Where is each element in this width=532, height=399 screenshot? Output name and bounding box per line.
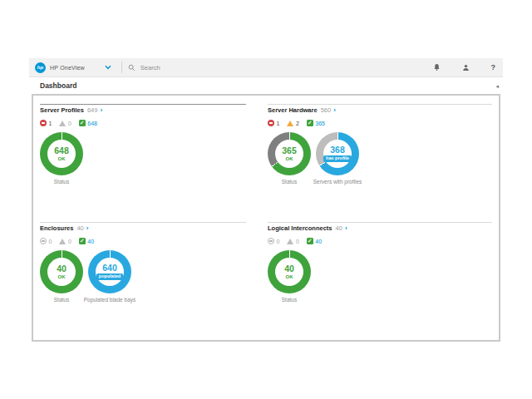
- donut-sublabel: populated: [96, 273, 123, 281]
- status-count[interactable]: 40: [315, 239, 322, 244]
- status-count[interactable]: 365: [315, 121, 325, 126]
- critical-icon: [268, 238, 274, 244]
- status-count[interactable]: 40: [87, 239, 94, 244]
- donut-chart[interactable]: 40OK: [268, 250, 311, 293]
- panel-divider: [40, 222, 246, 223]
- notifications-bell-icon[interactable]: [433, 63, 441, 71]
- donut-center: 40OK: [47, 258, 76, 286]
- app-window: hp HP OneView ? Dashboard ◂: [29, 58, 503, 342]
- donut-label: Status: [40, 179, 83, 185]
- donut-chart[interactable]: 648OK: [40, 132, 83, 175]
- app-menu[interactable]: hp HP OneView: [29, 62, 111, 73]
- critical-icon: [268, 120, 274, 126]
- status-stat[interactable]: 1: [40, 120, 52, 126]
- user-account-icon[interactable]: [462, 64, 470, 71]
- donut-block: 640populatedPopulated blade bays: [88, 250, 131, 303]
- panel-divider: [268, 222, 492, 223]
- status-count[interactable]: 1: [277, 121, 280, 126]
- donut-row: 40OKStatus: [268, 250, 492, 303]
- status-stat[interactable]: 1: [268, 120, 279, 126]
- status-stat[interactable]: ✓365: [307, 120, 325, 126]
- status-stat[interactable]: ✓40: [79, 238, 94, 244]
- status-stat[interactable]: 2: [287, 121, 298, 126]
- donut-chart[interactable]: 365OK: [268, 132, 311, 175]
- panel-title[interactable]: Server Profiles: [40, 106, 84, 114]
- critical-icon: [40, 238, 47, 244]
- chevron-right-icon[interactable]: ›: [86, 225, 89, 232]
- donut-sublabel: OK: [286, 156, 293, 161]
- chevron-right-icon[interactable]: ›: [345, 225, 347, 232]
- donut-value: 365: [282, 146, 297, 155]
- donut-label: Servers with profiles: [316, 179, 359, 185]
- donut-chart[interactable]: 640populated: [88, 250, 131, 293]
- donut-center: 648OK: [47, 140, 76, 168]
- ok-icon: ✓: [307, 238, 313, 244]
- donut-block: 40OKStatus: [268, 250, 311, 303]
- chevron-down-icon[interactable]: [105, 65, 111, 70]
- donut-sublabel: OK: [58, 156, 66, 161]
- warning-icon: [287, 239, 293, 244]
- donut-sublabel: OK: [286, 274, 293, 279]
- status-count[interactable]: 2: [296, 121, 299, 126]
- panel-title[interactable]: Logical Interconnects: [268, 224, 332, 232]
- dashboard-grid: Server Profiles 649 › 10✓648 648OKStatus…: [32, 94, 500, 342]
- status-count[interactable]: 0: [68, 121, 71, 126]
- panel-divider: [40, 104, 246, 105]
- status-stat[interactable]: ✓648: [79, 120, 97, 126]
- dashboard-panel: Server Hardware 560 › 12✓365 365OKStatus…: [268, 104, 492, 222]
- app-name: HP OneView: [50, 65, 85, 71]
- panel-count: 560: [321, 106, 332, 114]
- collapse-arrow-icon[interactable]: ◂: [495, 83, 499, 89]
- topbar-actions: ?: [433, 63, 504, 71]
- page-title: Dashboard: [40, 81, 76, 90]
- ok-icon: ✓: [79, 238, 86, 244]
- status-count[interactable]: 1: [49, 121, 52, 126]
- page-bar: Dashboard ◂: [29, 77, 503, 94]
- topbar-divider: [121, 62, 122, 73]
- panel-header[interactable]: Server Profiles 649 ›: [40, 106, 246, 116]
- status-stat[interactable]: 0: [287, 239, 298, 244]
- donut-row: 40OKStatus640populatedPopulated blade ba…: [40, 250, 246, 303]
- donut-block: 368has profileServers with profiles: [316, 132, 359, 185]
- donut-value: 40: [57, 264, 66, 273]
- panel-count: 649: [87, 106, 98, 114]
- status-stat[interactable]: ✓40: [307, 238, 322, 244]
- donut-block: 365OKStatus: [268, 132, 311, 185]
- help-icon[interactable]: ?: [491, 63, 496, 71]
- donut-center: 368has profile: [323, 140, 352, 168]
- panel-header[interactable]: Enclosures 40 ›: [40, 224, 246, 234]
- donut-label: Status: [40, 297, 83, 303]
- status-stat[interactable]: 0: [40, 238, 52, 244]
- status-count[interactable]: 0: [296, 239, 299, 244]
- search-box[interactable]: [128, 63, 433, 72]
- panel-title[interactable]: Server Hardware: [268, 106, 318, 114]
- donut-sublabel: has profile: [323, 155, 352, 163]
- status-count[interactable]: 0: [49, 239, 52, 244]
- search-icon: [128, 64, 135, 71]
- hp-logo-icon: hp: [35, 62, 46, 73]
- status-summary: 00✓40: [268, 237, 492, 245]
- warning-icon: [287, 121, 293, 126]
- status-stat[interactable]: 0: [59, 121, 71, 126]
- chevron-right-icon[interactable]: ›: [333, 107, 336, 114]
- chevron-right-icon[interactable]: ›: [100, 107, 102, 114]
- donut-center: 365OK: [275, 140, 303, 168]
- status-count[interactable]: 0: [277, 239, 280, 244]
- panel-header[interactable]: Logical Interconnects 40 ›: [268, 224, 492, 234]
- panel-header[interactable]: Server Hardware 560 ›: [268, 106, 492, 116]
- panel-title[interactable]: Enclosures: [40, 224, 73, 232]
- status-count[interactable]: 648: [87, 121, 97, 126]
- donut-chart[interactable]: 368has profile: [316, 132, 359, 175]
- status-stat[interactable]: 0: [268, 238, 279, 244]
- status-summary: 00✓40: [40, 237, 246, 245]
- donut-sublabel: OK: [58, 274, 66, 279]
- status-summary: 10✓648: [40, 119, 246, 127]
- donut-value: 368: [330, 145, 345, 155]
- status-count[interactable]: 0: [68, 239, 71, 244]
- panel-count: 40: [336, 224, 342, 232]
- status-stat[interactable]: 0: [59, 239, 71, 244]
- donut-chart[interactable]: 40OK: [40, 250, 83, 293]
- search-input[interactable]: [139, 63, 308, 72]
- donut-block: 648OKStatus: [40, 132, 83, 185]
- ok-icon: ✓: [79, 120, 86, 126]
